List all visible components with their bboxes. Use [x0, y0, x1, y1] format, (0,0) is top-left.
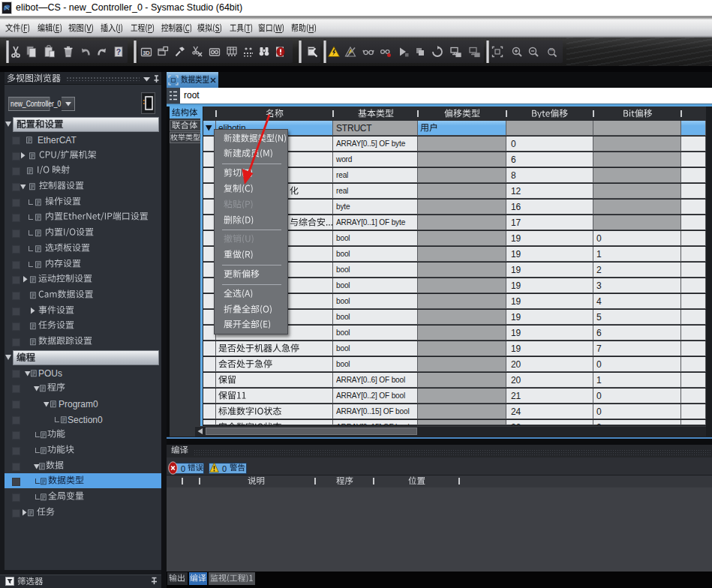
svg-text:?: ? — [116, 47, 121, 56]
svg-text:3D: 3D — [143, 50, 150, 56]
svg-text:%: % — [550, 47, 554, 52]
